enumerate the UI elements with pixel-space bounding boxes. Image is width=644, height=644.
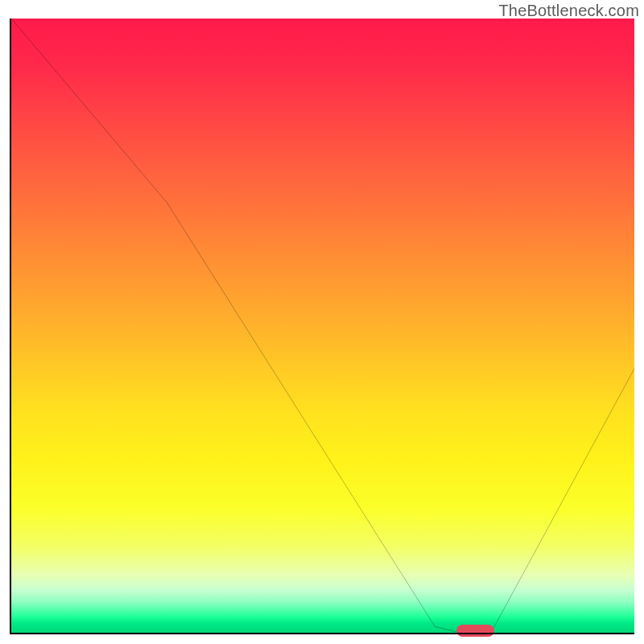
chart-container: TheBottleneck.com — [0, 0, 644, 644]
watermark-text: TheBottleneck.com — [498, 2, 639, 20]
chart-axes-frame — [10, 19, 634, 634]
